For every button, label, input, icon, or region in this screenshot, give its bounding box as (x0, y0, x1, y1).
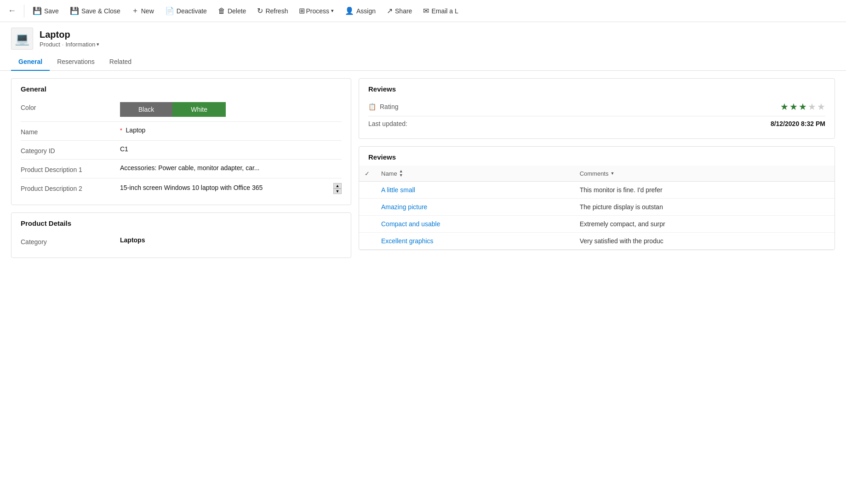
tab-general[interactable]: General (11, 53, 50, 71)
info-dropdown[interactable]: Information ▾ (65, 41, 99, 48)
review-name[interactable]: Excellent graphics (376, 233, 574, 250)
email-label: Email a L (431, 7, 458, 15)
category-id-row: Category ID C1 (21, 141, 342, 160)
checkmark-icon: ✓ (365, 170, 370, 177)
save-button[interactable]: 💾 Save (28, 4, 63, 18)
info-chevron-icon: ▾ (97, 41, 99, 47)
review-comment: Extremely compact, and surpr (574, 216, 835, 233)
right-panel: Reviews 📋 Rating ★ ★ ★ ★ ★ (359, 78, 835, 250)
email-icon: ✉ (423, 6, 429, 15)
delete-label: Delete (228, 7, 246, 15)
tab-related[interactable]: Related (102, 53, 139, 71)
product-desc-2-value: 15-inch screen Windows 10 laptop with Of… (120, 183, 342, 193)
page-header: 💻 Laptop Product · Information ▾ (0, 22, 846, 53)
tab-reservations[interactable]: Reservations (50, 53, 102, 71)
deactivate-label: Deactivate (177, 7, 207, 15)
save-close-label: Save & Close (81, 7, 120, 15)
save-label: Save (44, 7, 59, 15)
delete-icon: 🗑 (218, 7, 225, 15)
reviews-table-body: A little small This monitor is fine. I'd… (359, 182, 835, 250)
refresh-button[interactable]: ↻ Refresh (252, 4, 292, 18)
save-close-button[interactable]: 💾 Save & Close (65, 4, 125, 18)
toolbar: ← 💾 Save 💾 Save & Close ＋ New 📄 Deactiva… (0, 0, 846, 22)
product-desc-1-value: Accessories: Power cable, monitor adapte… (120, 164, 342, 172)
color-value: Black White (120, 102, 342, 117)
row-check[interactable] (359, 199, 376, 216)
comments-column-header[interactable]: Comments ▼ (574, 166, 835, 182)
deactivate-icon: 📄 (165, 6, 174, 15)
star-2: ★ (789, 101, 798, 112)
general-card: General Color Black White Name (11, 78, 351, 205)
product-icon: 💻 (11, 28, 33, 50)
header-text: Laptop Product · Information ▾ (40, 29, 99, 48)
name-label: Name (21, 126, 113, 136)
rating-icon: 📋 (368, 103, 376, 110)
review-name[interactable]: Amazing picture (376, 199, 574, 216)
product-desc-1-row: Product Description 1 Accessories: Power… (21, 160, 342, 178)
review-comment: The picture display is outstan (574, 199, 835, 216)
reviews-summary-title: Reviews (359, 79, 835, 97)
delete-button[interactable]: 🗑 Delete (213, 4, 251, 18)
star-1: ★ (780, 101, 789, 112)
process-button[interactable]: ⊞ Process ▾ (294, 4, 338, 18)
assign-icon: 👤 (345, 6, 354, 15)
scroll-down-button[interactable]: ▼ (333, 189, 342, 194)
name-value: * Laptop (120, 126, 342, 134)
breadcrumb: Product · Information ▾ (40, 41, 99, 48)
row-check[interactable] (359, 216, 376, 233)
last-updated-label: Last updated: (368, 120, 407, 127)
reviews-list-title: Reviews (359, 147, 835, 166)
last-updated-value: 8/12/2020 8:32 PM (771, 120, 825, 127)
main-content: General Color Black White Name (0, 71, 846, 265)
review-comment: Very satisfied with the produc (574, 233, 835, 250)
assign-button[interactable]: 👤 Assign (340, 4, 380, 18)
process-icon: ⊞ (299, 6, 305, 15)
product-details-title: Product Details (11, 213, 351, 232)
color-button-white[interactable]: White (172, 102, 226, 117)
product-details-card: Product Details Category Laptops (11, 212, 351, 258)
review-name[interactable]: Compact and usable (376, 216, 574, 233)
reviews-table-header-row: ✓ Name ▲ ▼ (359, 166, 835, 182)
reviews-summary-card: Reviews 📋 Rating ★ ★ ★ ★ ★ (359, 78, 835, 139)
product-desc-2-row: Product Description 2 15-inch screen Win… (21, 178, 342, 197)
review-comment: This monitor is fine. I'd prefer (574, 182, 835, 199)
last-updated-row: Last updated: 8/12/2020 8:32 PM (368, 116, 825, 131)
toolbar-separator-1 (24, 5, 24, 17)
email-button[interactable]: ✉ Email a L (418, 4, 463, 18)
tabs: General Reservations Related (0, 53, 846, 71)
check-column-header: ✓ (359, 166, 376, 182)
color-label: Color (21, 102, 113, 111)
scrollbar-arrows: ▲ ▼ (333, 183, 342, 193)
category-label: Category (21, 236, 113, 246)
name-row: Name * Laptop (21, 122, 342, 141)
table-row: Amazing picture The picture display is o… (359, 199, 835, 216)
category-id-value: C1 (120, 145, 342, 153)
breadcrumb-product[interactable]: Product (40, 41, 60, 48)
reviews-summary-body: 📋 Rating ★ ★ ★ ★ ★ Last updated: 8/12/20… (359, 97, 835, 138)
scroll-up-button[interactable]: ▲ (333, 183, 342, 189)
product-details-body: Category Laptops (11, 232, 351, 258)
row-check[interactable] (359, 182, 376, 199)
deactivate-button[interactable]: 📄 Deactivate (160, 4, 212, 18)
share-button[interactable]: ↗ Share (382, 4, 417, 18)
page-title: Laptop (40, 29, 99, 40)
table-row: Compact and usable Extremely compact, an… (359, 216, 835, 233)
product-desc-2-label: Product Description 2 (21, 183, 113, 192)
save-close-icon: 💾 (70, 6, 79, 15)
new-button[interactable]: ＋ New (127, 3, 159, 18)
name-sort-arrows: ▲ ▼ (399, 169, 403, 178)
assign-label: Assign (356, 7, 376, 15)
process-chevron-icon: ▾ (331, 8, 334, 14)
review-name[interactable]: A little small (376, 182, 574, 199)
star-4: ★ (808, 101, 816, 112)
refresh-icon: ↻ (257, 6, 263, 15)
row-check[interactable] (359, 233, 376, 250)
product-desc-1-label: Product Description 1 (21, 164, 113, 173)
category-row: Category Laptops (21, 232, 342, 250)
star-rating: ★ ★ ★ ★ ★ (780, 101, 825, 112)
color-button-black[interactable]: Black (120, 102, 172, 117)
reviews-list-card: Reviews ✓ Name ▲ (359, 146, 835, 250)
back-button[interactable]: ← (4, 3, 20, 19)
name-column-header[interactable]: Name ▲ ▼ (376, 166, 574, 182)
back-icon: ← (8, 6, 16, 16)
